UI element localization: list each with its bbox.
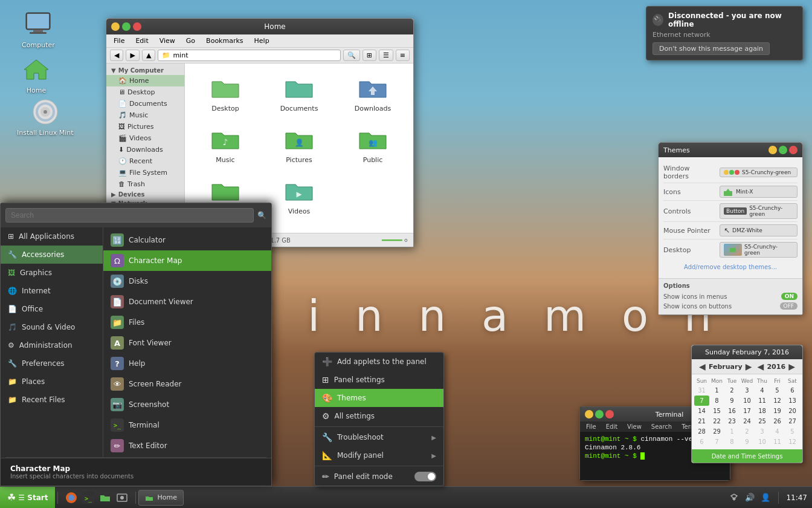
fm-sidebar-desktop[interactable]: 🖥 Desktop [106, 86, 184, 98]
fm-menu-help[interactable]: Help [250, 36, 274, 46]
pcm-panel-settings[interactable]: ⊞ Panel settings [315, 371, 443, 389]
taskbar-icon-firefox[interactable] [64, 490, 79, 505]
cal-day-next-2[interactable]: 2 [740, 426, 755, 437]
minimize-button[interactable] [111, 22, 120, 31]
pcm-all-settings[interactable]: ⚙ All settings [315, 407, 443, 425]
cal-day-14[interactable]: 14 [694, 406, 709, 416]
cal-day-next-12[interactable]: 12 [785, 437, 800, 447]
sm-cat-accessories[interactable]: 🔧 Accessories [1, 246, 103, 264]
fm-sidebar-filesystem[interactable]: 💻 File System [106, 167, 184, 178]
close-button[interactable] [133, 22, 141, 31]
cal-day-31[interactable]: 31 [694, 385, 709, 396]
cal-day-23[interactable]: 23 [724, 416, 740, 426]
taskbar-window-home[interactable]: Home [138, 490, 183, 506]
sm-app-help[interactable]: ? Help [103, 353, 271, 374]
cal-day-16[interactable]: 16 [724, 406, 740, 416]
fm-compact-view-button[interactable]: ≡ [396, 50, 410, 61]
sm-app-document-viewer[interactable]: 📄 Document Viewer [103, 291, 271, 312]
cal-next-year-button[interactable]: ▶ [786, 362, 798, 371]
terminal-menu-file[interactable]: File [582, 423, 600, 431]
cal-day-next-11[interactable]: 11 [770, 437, 785, 447]
theme-controls-value[interactable]: Button S5-Crunchy-green [720, 203, 798, 219]
terminal-menu-search[interactable]: Search [648, 423, 675, 431]
sm-cat-graphics[interactable]: 🖼 Graphics [1, 264, 103, 282]
fm-file-videos[interactable]: ▶ Videos [263, 171, 335, 220]
cal-day-4[interactable]: 4 [755, 385, 770, 396]
cal-day-next-6[interactable]: 6 [694, 437, 709, 447]
cal-day-28[interactable]: 28 [694, 426, 709, 437]
tray-user-icon[interactable]: 👤 [760, 492, 771, 503]
fm-sidebar-pictures[interactable]: 🖼 Pictures [106, 121, 184, 132]
themes-add-remove-link[interactable]: Add/remove desktop themes... [663, 260, 798, 273]
desktop-icon-install[interactable]: Install Linux Mint [13, 94, 77, 140]
theme-option-menus-toggle[interactable]: ON [781, 293, 798, 300]
cal-day-11[interactable]: 11 [755, 396, 770, 406]
cal-day-next-9[interactable]: 9 [740, 437, 755, 447]
fm-file-music[interactable]: ♪ Music [190, 120, 261, 169]
cal-prev-year-button[interactable]: ◀ [755, 362, 767, 371]
fm-file-documents[interactable]: Documents [263, 68, 335, 117]
cal-day-15[interactable]: 15 [709, 406, 724, 416]
fm-menu-go[interactable]: Go [181, 36, 200, 46]
cal-day-26[interactable]: 26 [770, 416, 785, 426]
taskbar-icon-terminal[interactable]: >_ [81, 490, 95, 505]
cal-day-5[interactable]: 5 [770, 385, 785, 396]
fm-sidebar-videos[interactable]: 🎬 Videos [106, 132, 184, 144]
sm-app-tomboy-notes[interactable]: 📝 Tomboy Notes [103, 456, 271, 457]
calendar-footer[interactable]: Date and Time Settings [692, 449, 802, 463]
sm-app-disks[interactable]: 💿 Disks [103, 271, 271, 291]
sm-app-font-viewer[interactable]: A Font Viewer [103, 333, 271, 353]
sm-app-screenshot[interactable]: 📷 Screenshot [103, 394, 271, 415]
cal-day-24[interactable]: 24 [740, 416, 755, 426]
fm-zoom-slider[interactable]: ━━━━⚪ [382, 235, 408, 245]
fm-file-desktop[interactable]: Desktop [190, 68, 261, 117]
sm-app-screen-reader[interactable]: 👁 Screen Reader [103, 374, 271, 394]
cal-day-6[interactable]: 6 [785, 385, 800, 396]
fm-menu-bookmarks[interactable]: Bookmarks [201, 36, 248, 46]
sm-cat-places[interactable]: 📁 Places [1, 373, 103, 391]
cal-day-17[interactable]: 17 [740, 406, 755, 416]
pcm-themes[interactable]: 🎨 Themes [315, 389, 443, 407]
cal-day-29[interactable]: 29 [709, 426, 724, 437]
maximize-button[interactable] [122, 22, 130, 31]
tray-volume-icon[interactable]: 🔊 [744, 492, 755, 503]
cal-day-next-7[interactable]: 7 [709, 437, 724, 447]
sm-cat-sound-video[interactable]: 🎵 Sound & Video [1, 318, 103, 336]
cal-day-next-5[interactable]: 5 [785, 426, 800, 437]
sm-app-terminal[interactable]: >_ Terminal [103, 415, 271, 435]
terminal-close-button[interactable] [605, 410, 614, 418]
add-remove-link-text[interactable]: Add/remove desktop themes... [684, 264, 777, 270]
themes-minimize-button[interactable] [768, 146, 777, 154]
sm-app-character-map[interactable]: Ω Character Map [103, 250, 271, 271]
sm-cat-preferences[interactable]: 🔧 Preferences [1, 354, 103, 373]
fm-back-button[interactable]: ◀ [110, 50, 123, 61]
cal-day-13[interactable]: 13 [785, 396, 800, 406]
cal-day-21[interactable]: 21 [694, 416, 709, 426]
cal-day-22[interactable]: 22 [709, 416, 724, 426]
start-menu-search-input[interactable] [5, 208, 254, 223]
themes-close-button[interactable] [789, 146, 798, 154]
pcm-add-applets[interactable]: ➕ Add applets to the panel [315, 353, 443, 371]
terminal-menu-edit[interactable]: Edit [602, 423, 621, 431]
cal-day-2[interactable]: 2 [724, 385, 740, 396]
theme-icons-value[interactable]: Mint-X [720, 186, 798, 198]
pcm-panel-edit-mode[interactable]: ✏ Panel edit mode [315, 467, 443, 486]
fm-menu-edit[interactable]: Edit [130, 36, 153, 46]
taskbar-icon-screenshot[interactable] [115, 490, 129, 505]
sm-cat-recent-files[interactable]: 📁 Recent Files [1, 391, 103, 409]
fm-icon-view-button[interactable]: ⊞ [362, 50, 376, 61]
cal-day-20[interactable]: 20 [785, 406, 800, 416]
notification-dismiss-button[interactable]: Don't show this message again [652, 42, 770, 55]
pcm-troubleshoot[interactable]: 🔧 Troubleshoot ▶ [315, 428, 443, 446]
pcm-modify-panel[interactable]: 📐 Modify panel ▶ [315, 446, 443, 464]
fm-list-view-button[interactable]: ☰ [379, 50, 393, 61]
fm-location-bar[interactable]: 📁 mint [158, 50, 340, 61]
cal-day-12[interactable]: 12 [770, 396, 785, 406]
theme-window-borders-value[interactable]: S5-Crunchy-green [720, 168, 798, 177]
sm-app-calculator[interactable]: 🔢 Calculator [103, 230, 271, 250]
sm-cat-internet[interactable]: 🌐 Internet [1, 282, 103, 300]
theme-desktop-value[interactable]: S5-Crunchy-green [720, 242, 798, 258]
fm-file-pictures[interactable]: 👤 Pictures [263, 120, 335, 169]
fm-sidebar-documents[interactable]: 📄 Documents [106, 98, 184, 109]
sm-cat-administration[interactable]: ⚙ Administration [1, 336, 103, 354]
